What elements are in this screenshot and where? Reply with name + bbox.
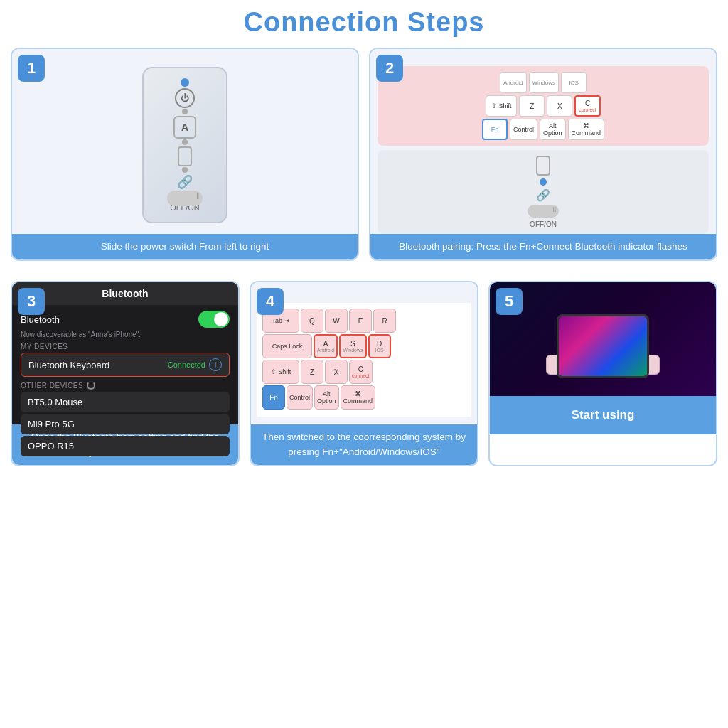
bt-keyboard-row[interactable]: Bluetooth Keyboard Connected i: [21, 353, 230, 377]
kb-row-fn: Fn Control AltOption ⌘Command: [262, 385, 466, 410]
kb-fn-highlight: Fn: [482, 119, 508, 140]
bt-oppo-name: OPPO R15: [28, 441, 74, 451]
device-gray-dot-2: [182, 139, 188, 145]
kb-s: SWindows: [339, 334, 366, 358]
step-4-image: 4 Tab ⇥ Q W E R Caps Lock AAndroid: [251, 282, 477, 424]
step-2-number: 2: [376, 55, 403, 82]
device-link-icon: 🔗: [177, 174, 193, 190]
device-a-icon: A: [173, 116, 196, 139]
bt-header: Bluetooth: [12, 282, 238, 305]
bt-toggle-row: Bluetooth: [21, 311, 230, 328]
device-small-phone: [536, 156, 550, 176]
kb-option2: AltOption: [314, 385, 339, 410]
step-2-card: 2 Android Windows IOS ⇧ Shift Z X Cconne…: [369, 48, 717, 261]
device-small-link: 🔗: [536, 188, 550, 202]
step-1-number: 1: [18, 55, 45, 82]
kb-x2: X: [325, 360, 348, 384]
step2-offon: OFF/ON: [530, 220, 557, 228]
device-small-toggle: ||: [528, 205, 559, 218]
kb-caps-lock: Caps Lock: [262, 334, 312, 358]
step-5-image: 5: [490, 282, 716, 396]
step2-keyboard-top: Android Windows IOS ⇧ Shift Z X Cconnect…: [378, 66, 709, 146]
bt-keyboard-name: Bluetooth Keyboard: [28, 360, 109, 370]
step-3-image: 3 Bluetooth Bluetooth Now discoverable a…: [12, 282, 238, 424]
step-5-card: 5 Start using: [488, 281, 717, 466]
step-3-number: 3: [18, 288, 45, 315]
bluetooth-settings: Bluetooth Bluetooth Now discoverable as …: [12, 282, 238, 424]
bt-spinner-icon: [87, 381, 95, 390]
kb-w: W: [325, 309, 348, 333]
kb-c2: Cconnect: [349, 360, 373, 384]
bt-mouse-row[interactable]: BT5.0 Mouse: [21, 392, 230, 412]
device-gray-dot-1: [182, 109, 188, 114]
kb-row-os: Android Windows IOS: [383, 72, 703, 93]
bt-mi9-name: Mi9 Pro 5G: [28, 419, 75, 429]
bt-mi9-row[interactable]: Mi9 Pro 5G: [21, 414, 230, 434]
kb-row-asdf: Caps Lock AAndroid SWindows DIOS: [262, 334, 466, 358]
kb-c-connect: Cconnect: [574, 95, 601, 117]
kb-shift: ⇧ Shift: [486, 95, 517, 117]
kb-row-zxc: ⇧ Shift Z X Cconnect: [262, 360, 466, 384]
step-1-image: 1 ⏻ A 🔗 OFF/ON: [12, 49, 358, 234]
kb-r: R: [373, 309, 396, 333]
bt-mouse-name: BT5.0 Mouse: [28, 397, 82, 407]
kb-row-2: ⇧ Shift Z X Cconnect: [383, 95, 703, 117]
kb-control: Control: [510, 119, 537, 140]
power-button-icon: ⏻: [175, 88, 195, 108]
bt-my-devices-label: MY DEVICES: [21, 343, 230, 350]
kb-command2: ⌘Command: [341, 385, 376, 410]
kb-x: X: [547, 95, 572, 117]
kb-option: AltOption: [540, 119, 566, 140]
bt-toggle-switch[interactable]: [198, 311, 230, 328]
bt-info-icon[interactable]: i: [209, 358, 222, 371]
bt-body: Bluetooth Now discoverable as "Anna's iP…: [12, 305, 238, 464]
tablet-device: [557, 314, 649, 378]
tablet-screen: [559, 316, 647, 376]
device-phone-icon: [178, 146, 192, 166]
device-illustration: ⏻ A 🔗 OFF/ON: [142, 67, 228, 223]
kb-row-3: Fn Control AltOption ⌘Command: [383, 119, 703, 140]
step-5-number: 5: [496, 288, 523, 315]
kb-command: ⌘Command: [568, 119, 605, 140]
kb-d: DIOS: [368, 334, 391, 358]
kb-key-android: Android: [500, 72, 527, 93]
kb-shift-key: ⇧ Shift: [262, 360, 299, 384]
step-4-caption: Then switched to the coorresponding syst…: [251, 424, 477, 465]
bt-discoverable-text: Now discoverable as "Anna's iPhone".: [21, 331, 230, 338]
kb-z2: Z: [301, 360, 323, 384]
kb-z: Z: [519, 95, 545, 117]
bt-other-devices-label: OTHER DEVICES: [21, 381, 230, 390]
step-1-card: 1 ⏻ A 🔗 OFF/ON Slide the power switch Fr…: [11, 48, 359, 261]
bt-connected-status: Connected: [168, 360, 205, 369]
step-2-image: 2 Android Windows IOS ⇧ Shift Z X Cconne…: [370, 49, 716, 234]
kb-q: Q: [301, 309, 323, 333]
device-blue-dot: [181, 78, 189, 87]
device-small-blue-dot: [540, 178, 547, 186]
step-4-number: 4: [257, 288, 284, 315]
step-5-caption: Start using: [490, 396, 716, 434]
kb-a: AAndroid: [314, 334, 338, 358]
kb-e: E: [349, 309, 372, 333]
step-2-caption: Bluetooth pairing: Press the Fn+Connect …: [370, 234, 716, 259]
device-group: [557, 314, 649, 378]
kb-key-ios: IOS: [561, 72, 587, 93]
kb-fn-key: Fn: [262, 385, 285, 410]
device-gray-dot-3: [182, 167, 188, 173]
keyboard-full: Tab ⇥ Q W E R Caps Lock AAndroid SWindow…: [257, 303, 471, 417]
bt-label: Bluetooth: [21, 314, 60, 325]
page-title: Connection Steps: [243, 7, 484, 38]
step-1-caption: Slide the power switch From left to righ…: [12, 234, 358, 259]
step2-device-bottom: 🔗 || OFF/ON: [378, 150, 709, 234]
power-toggle: [167, 191, 203, 206]
kb-row-numbers: Tab ⇥ Q W E R: [262, 309, 466, 333]
bt-oppo-row[interactable]: OPPO R15: [21, 436, 230, 456]
step-4-card: 4 Tab ⇥ Q W E R Caps Lock AAndroid: [250, 281, 478, 466]
step-3-card: 3 Bluetooth Bluetooth Now discoverable a…: [11, 281, 240, 466]
kb-control2: Control: [287, 385, 313, 410]
kb-key-windows: Windows: [529, 72, 559, 93]
